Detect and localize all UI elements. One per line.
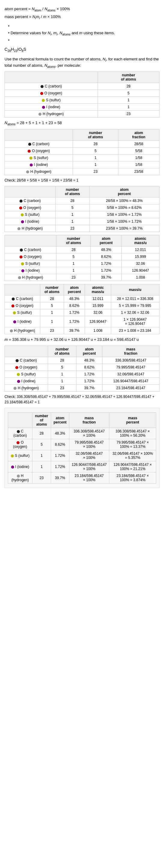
element-cell: I (iodine): [5, 267, 57, 274]
element-cell: S (sulfur): [5, 211, 56, 218]
col-atomic-mass: atomicmass/u: [122, 235, 160, 246]
count-table: numberof atoms C (carbon)28O (oxygen)5S …: [4, 71, 160, 118]
mass-cell: 23 × 1.008 = 23.184: [111, 327, 159, 334]
n-atoms-sum: Natoms = 28 + 5 + 1 + 1 + 23 = 58: [4, 120, 160, 127]
table-row: S (sulfur)1: [5, 96, 160, 103]
chemical-formula: C28H23IO8S: [4, 46, 160, 53]
col-number-a: numberof atoms: [32, 412, 51, 428]
table-row: H (hydrogen)2339.7%23.184/598.45147: [5, 384, 160, 391]
mass-pct-cell: 79.995/598.45147 × 100% = 13.37%: [109, 439, 156, 450]
table-row: C (carbon)28: [5, 83, 160, 90]
table-row: C (carbon)2828/58: [5, 141, 160, 148]
atom-pct-cell: 23/58 × 100% = 39.7%: [89, 225, 159, 232]
number-cell: 1: [57, 260, 91, 267]
col-number-5: numberof atoms: [40, 284, 64, 296]
table-row: O (oxygen)55/58: [5, 148, 160, 154]
atom-pct-cell: 39.7%: [91, 274, 122, 281]
table-row: O (oxygen)58.62%15.999: [5, 253, 160, 260]
atom-pct-cell: 48.3%: [51, 428, 69, 439]
table-row: I (iodine)1: [5, 103, 160, 110]
table-row: C (carbon)2848.3%12.01128 × 12.011 = 336…: [5, 296, 160, 302]
mass-frac-cell: 79.995/598.45147: [102, 364, 159, 371]
atomic-mass-cell: 32.06: [122, 260, 160, 267]
number-cell: 23: [32, 472, 51, 483]
col-fraction: atomfraction: [118, 129, 159, 141]
number-cell: 1: [98, 96, 159, 103]
table-row: I (iodine)11.72%126.90447: [5, 267, 160, 274]
check-mass-fractions: Check: 336.308/598.45147 + 79.995/598.45…: [4, 394, 160, 405]
table-row: I (iodine)11/58: [5, 161, 160, 168]
number-cell: 23: [98, 110, 159, 117]
mass-frac-cell: 23.184/598.45147: [102, 384, 159, 391]
element-cell: O (oxygen): [5, 253, 57, 260]
atom-pct-cell: 1.72%: [91, 260, 122, 267]
element-cell: H (hydrogen): [8, 472, 32, 483]
table-row: S (sulfur)11.72%32.06/598.45147: [5, 371, 160, 377]
table-row: O (oxygen)58.62%79.995/598.45147: [5, 364, 160, 371]
table-row: H (hydrogen)2339.7%1.00823 × 1.008 = 23.…: [5, 327, 160, 334]
number-cell: 5: [57, 253, 91, 260]
element-cell: C (carbon): [5, 357, 48, 364]
number-cell: 1: [40, 316, 64, 327]
col-mass-fraction: massfraction: [102, 346, 159, 357]
atomic-mass-cell: 32.06: [85, 309, 111, 316]
m-sum: m = 336.308 u + 79.995 u + 32.06 u + 126…: [4, 337, 160, 343]
atom-percent-section: numberof atoms atompercent C (carbon)282…: [4, 186, 160, 232]
number-cell: 1: [40, 309, 64, 316]
number-cell: 28: [40, 296, 64, 302]
table-row: I (iodine)11.72%126.90447/598.45147: [5, 377, 160, 384]
number-cell: 23: [48, 384, 76, 391]
col-element-2: [5, 129, 73, 141]
element-cell: O (oxygen): [5, 90, 98, 96]
page-container: atom percent = Natom / Natoms × 100% mas…: [4, 6, 160, 488]
atomic-mass-cell: 1.008: [85, 327, 111, 334]
atomic-mass-cell: 12.011: [122, 246, 160, 253]
plan-step-3: [4, 37, 160, 43]
atom-pct-cell: 1.72%: [51, 450, 69, 461]
fraction-cell: 28/58: [118, 141, 159, 148]
table-row: I (iodine)11/58 × 100% = 1.72%: [5, 218, 160, 225]
table-row: S (sulfur)11.72%32.06/598.45147× 100%32.…: [8, 450, 156, 461]
atom-pct-cell: 1.72%: [76, 377, 102, 384]
number-cell: 5: [98, 90, 159, 96]
atomic-mass-cell: 15.999: [122, 253, 160, 260]
number-cell: 28: [56, 197, 89, 205]
mass-pct-cell: 126.90447/598.45147 × 100% = 21.21%: [109, 461, 156, 472]
element-cell: O (oxygen): [5, 148, 73, 154]
number-cell: 5: [56, 205, 89, 211]
atom-pct-cell: 1/58 × 100% = 1.72%: [89, 218, 159, 225]
mass-pct-cell: 32.06/598.45147 × 100% = 5.357%: [109, 450, 156, 461]
element-cell: O (oxygen): [5, 205, 56, 211]
element-cell: H (hydrogen): [5, 384, 48, 391]
col-number-3: numberof atoms: [56, 186, 89, 197]
atom-percent-formula: atom percent = Natom / Natoms × 100%: [4, 6, 160, 12]
element-cell: S (sulfur): [5, 260, 57, 267]
atom-percent-table: numberof atoms atompercent C (carbon)282…: [4, 186, 160, 232]
mass-frac-cell: 336.308/598.45147: [102, 357, 159, 364]
mass-cell: 5 × 15.999 = 79.995: [111, 302, 159, 309]
mass-frac-cell: 79.995/598.45147× 100%: [69, 439, 109, 450]
atom-pct-cell: 1.72%: [91, 267, 122, 274]
element-cell: O (oxygen): [5, 302, 40, 309]
atom-fraction-section: numberof atoms atomfraction C (carbon)28…: [4, 129, 160, 183]
number-cell: 23: [40, 327, 64, 334]
plan-step-2: Determine values for Ni, mi, Natoms and …: [4, 30, 160, 37]
col-atomic-mass-5: atomicmass/u: [85, 284, 111, 296]
number-cell: 28: [57, 246, 91, 253]
fraction-cell: 1/58: [118, 154, 159, 161]
mass-cell: 28 × 12.011 = 336.308: [111, 296, 159, 302]
mass-frac-cell: 32.06/598.45147× 100%: [69, 450, 109, 461]
table-row: O (oxygen)58.62%79.995/598.45147× 100%79…: [8, 439, 156, 450]
element-cell: H (hydrogen): [5, 110, 98, 117]
col-element-6: [5, 346, 48, 357]
atomic-mass-table: numberof atoms atompercent atomicmass/u …: [4, 235, 160, 281]
number-cell: 5: [40, 302, 64, 309]
table-row: O (oxygen)5: [5, 90, 160, 96]
element-cell: S (sulfur): [5, 154, 73, 161]
element-cell: I (iodine): [5, 103, 98, 110]
atom-pct-cell: 5/58 × 100% = 8.62%: [89, 205, 159, 211]
number-cell: 1: [56, 218, 89, 225]
element-cell: C (carbon): [8, 428, 32, 439]
col-number: numberof atoms: [98, 71, 159, 83]
mass-pct-cell: 336.308/598.45147 × 100% = 56.20%: [109, 428, 156, 439]
